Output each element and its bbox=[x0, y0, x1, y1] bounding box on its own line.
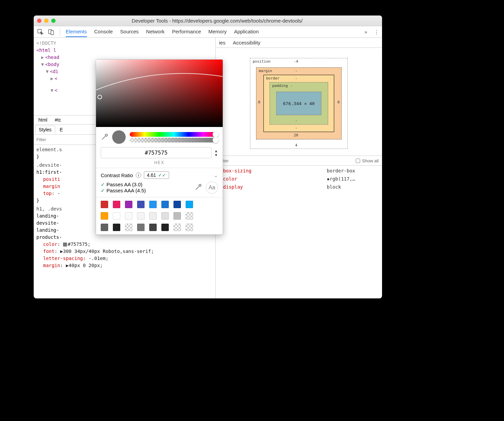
text-preview-circle: Aa bbox=[206, 182, 218, 194]
crumb-tc[interactable]: #tc bbox=[52, 117, 64, 123]
computed-filter-input[interactable] bbox=[219, 158, 246, 163]
palette-swatch[interactable] bbox=[101, 224, 108, 231]
computed-row[interactable]: displayblock bbox=[219, 183, 379, 191]
palette-swatch[interactable] bbox=[186, 201, 193, 208]
traffic-lights bbox=[37, 19, 56, 23]
palette-swatch[interactable] bbox=[125, 224, 132, 231]
palette-swatch[interactable] bbox=[137, 201, 145, 208]
palette-swatch[interactable] bbox=[137, 224, 145, 231]
prop-margin2[interactable]: margin bbox=[36, 263, 60, 268]
subtab-properties[interactable]: ies bbox=[219, 40, 225, 45]
hue-slider[interactable] bbox=[130, 132, 218, 137]
alpha-thumb[interactable] bbox=[213, 137, 219, 143]
divider bbox=[60, 29, 60, 35]
passes-aaa: Passes AAA (4.5) bbox=[106, 188, 146, 193]
minimize-window-button[interactable] bbox=[44, 19, 49, 23]
rule-element-style[interactable]: element.s bbox=[36, 146, 62, 153]
svg-rect-2 bbox=[51, 31, 54, 35]
palette-swatch[interactable] bbox=[161, 201, 169, 208]
head-tag: <head bbox=[45, 55, 59, 60]
rule-selector-1a[interactable]: .devsite- bbox=[36, 162, 62, 169]
palette-swatch[interactable] bbox=[186, 224, 193, 231]
window-titlebar: Developer Tools - https://developers.goo… bbox=[34, 15, 382, 26]
prop-top[interactable]: top bbox=[36, 191, 52, 196]
palette-swatch[interactable] bbox=[149, 201, 157, 208]
contrast-collapse-icon[interactable]: ⌃ bbox=[214, 172, 218, 178]
panel-tabs: Elements Console Sources Network Perform… bbox=[66, 27, 362, 37]
palette-swatch[interactable] bbox=[174, 224, 181, 231]
right-subtabs: ies Accessibility bbox=[216, 38, 382, 48]
crumb-html[interactable]: html bbox=[36, 117, 50, 123]
contrast-label: Contrast Ratio bbox=[101, 172, 133, 178]
styles-filter-input[interactable] bbox=[36, 137, 63, 142]
computed-row[interactable]: color▪rgb(117,… bbox=[219, 175, 379, 183]
saturation-value-area[interactable] bbox=[96, 60, 223, 127]
tab-network[interactable]: Network bbox=[146, 27, 165, 37]
window-title: Developer Tools - https://developers.goo… bbox=[56, 18, 379, 24]
box-model: position -4 4 margin - 0 0 20 border - -… bbox=[216, 48, 382, 156]
contrast-ratio-value: 4.61✓✓ bbox=[144, 171, 169, 179]
tab-performance[interactable]: Performance bbox=[172, 27, 201, 37]
computed-row[interactable]: box-sizingborder-box bbox=[219, 167, 379, 175]
tab-console[interactable]: Console bbox=[94, 27, 113, 37]
close-window-button[interactable] bbox=[37, 19, 41, 23]
rule2-selector-a[interactable]: h1, .devs bbox=[36, 205, 62, 213]
prop-position[interactable]: positi bbox=[36, 176, 60, 182]
tab-memory[interactable]: Memory bbox=[209, 27, 227, 37]
computed-properties: box-sizingborder-box color▪rgb(117,… dis… bbox=[216, 166, 382, 192]
toggle-device-icon[interactable] bbox=[47, 28, 55, 36]
satval-cursor[interactable] bbox=[97, 95, 102, 99]
tab-sources[interactable]: Sources bbox=[120, 27, 139, 37]
color-swatch-inline[interactable] bbox=[63, 242, 67, 247]
maximize-window-button[interactable] bbox=[51, 19, 56, 23]
color-preview-swatch bbox=[112, 130, 126, 144]
info-icon[interactable]: i bbox=[136, 172, 141, 178]
palette-swatch[interactable] bbox=[101, 201, 108, 208]
palette-swatch[interactable] bbox=[174, 212, 181, 220]
palette-swatch[interactable] bbox=[125, 212, 132, 220]
prop-color[interactable]: color bbox=[36, 241, 57, 247]
computed-filter-bar: Show all bbox=[216, 156, 382, 166]
subtab-accessibility[interactable]: Accessibility bbox=[233, 40, 260, 45]
hex-input[interactable] bbox=[101, 147, 212, 158]
rule-selector-1b: h1:first- bbox=[36, 169, 62, 175]
prop-font[interactable]: font bbox=[36, 249, 55, 254]
palette-swatches bbox=[96, 197, 223, 234]
bm-content[interactable]: 676.344 × 40 bbox=[276, 92, 321, 115]
format-switcher-icon[interactable]: ▲▼ bbox=[214, 149, 218, 157]
tabs-overflow-icon[interactable]: » bbox=[362, 29, 370, 35]
palette-swatch[interactable] bbox=[161, 224, 169, 231]
palette-swatch[interactable] bbox=[161, 212, 169, 220]
contrast-section: Contrast Ratio i 4.61✓✓ ⌃ ✓Passes AA (3.… bbox=[96, 168, 223, 197]
devtools-toolbar: Elements Console Sources Network Perform… bbox=[34, 26, 382, 38]
html-tag: <html l bbox=[36, 47, 56, 53]
color-picker-popover: ▲▼ HEX Contrast Ratio i 4.61✓✓ ⌃ ✓Passes… bbox=[96, 59, 223, 235]
palette-swatch[interactable] bbox=[149, 224, 157, 231]
passes-aa: Passes AA (3.0) bbox=[106, 182, 143, 187]
palette-swatch[interactable] bbox=[186, 212, 193, 220]
palette-swatch[interactable] bbox=[137, 212, 145, 220]
prop-margin[interactable]: margin bbox=[36, 184, 60, 189]
eyedropper-icon[interactable] bbox=[101, 133, 108, 141]
palette-swatch[interactable] bbox=[113, 201, 120, 208]
inspect-element-icon[interactable] bbox=[36, 28, 44, 36]
palette-swatch[interactable] bbox=[149, 212, 157, 220]
subtab-styles[interactable]: Styles bbox=[35, 126, 55, 134]
tab-elements[interactable]: Elements bbox=[66, 27, 87, 37]
format-label: HEX bbox=[96, 160, 223, 165]
right-panel: ies Accessibility position -4 4 margin -… bbox=[216, 38, 382, 298]
palette-swatch[interactable] bbox=[174, 201, 181, 208]
alpha-slider[interactable] bbox=[130, 138, 218, 142]
prop-letter-spacing[interactable]: letter-spacing bbox=[36, 256, 83, 261]
div-tag: <di bbox=[50, 69, 58, 74]
palette-swatch[interactable] bbox=[101, 212, 108, 220]
tab-application[interactable]: Application bbox=[234, 27, 259, 37]
bg-eyedropper-icon[interactable] bbox=[194, 184, 202, 192]
palette-swatch[interactable] bbox=[113, 212, 120, 220]
menu-kebab-icon[interactable]: ⋮ bbox=[373, 29, 379, 35]
palette-swatch[interactable] bbox=[125, 201, 132, 208]
subtab-event[interactable]: E bbox=[56, 126, 66, 134]
palette-swatch[interactable] bbox=[113, 224, 120, 231]
show-all-checkbox[interactable]: Show all bbox=[356, 158, 379, 163]
hue-thumb[interactable] bbox=[213, 131, 219, 137]
